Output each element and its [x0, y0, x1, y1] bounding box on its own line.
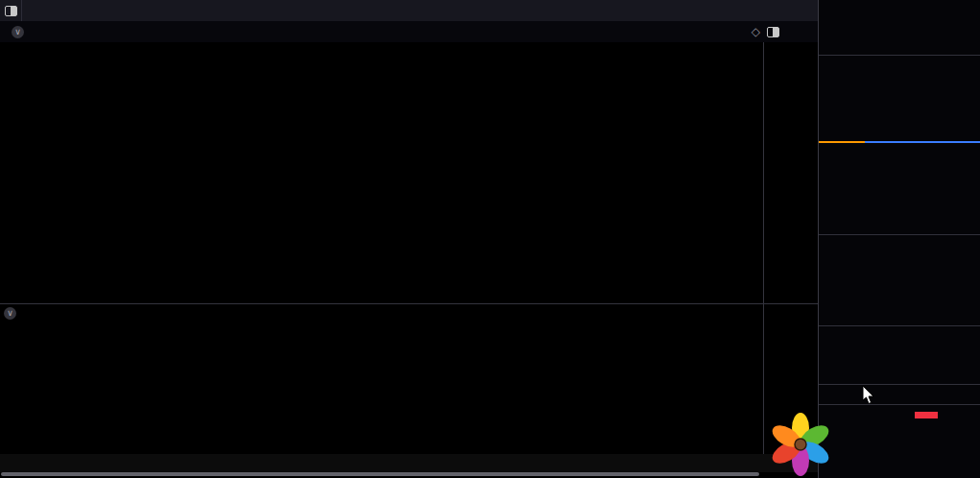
flower-logo-icon [770, 413, 831, 476]
bid-ask-divider [819, 141, 980, 143]
divider [819, 384, 980, 385]
trading-app-window: ∨ ◇ ∨ [0, 0, 980, 478]
divider [819, 404, 980, 405]
divider [819, 325, 980, 326]
sub-chart[interactable] [0, 304, 763, 454]
split-window-icon[interactable] [767, 27, 779, 37]
chevron-down-icon[interactable]: ∨ [12, 26, 24, 38]
main-price-axis [764, 42, 818, 304]
menu-bar [0, 0, 818, 22]
mouse-cursor [862, 386, 877, 405]
window-layout-button[interactable] [0, 0, 22, 21]
panel-divider[interactable] [0, 303, 818, 304]
indicator-bar: ∨ ◇ [0, 21, 818, 42]
quote-panel [818, 0, 980, 478]
horizontal-scrollbar[interactable] [1, 472, 759, 476]
chevron-down-icon[interactable]: ∨ [4, 307, 16, 320]
diamond-icon[interactable]: ◇ [752, 25, 760, 38]
date-axis [0, 454, 818, 472]
main-chart[interactable] [0, 42, 763, 304]
divider [819, 55, 980, 56]
site-logo [768, 411, 980, 478]
sub-chart-header: ∨ [4, 307, 28, 320]
divider [819, 234, 980, 235]
split-window-icon [5, 6, 17, 16]
